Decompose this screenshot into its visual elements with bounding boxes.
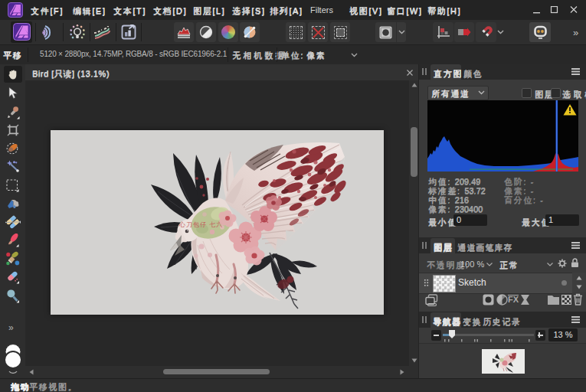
svg-text:心刀包仔 七六: 心刀包仔 七六 xyxy=(178,221,223,228)
